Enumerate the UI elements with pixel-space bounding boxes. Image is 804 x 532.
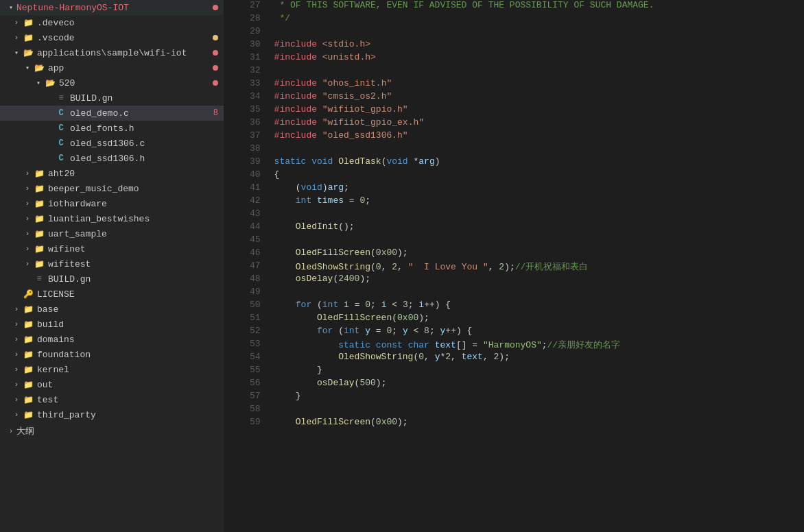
sidebar-item-oled-ssd1306-c[interactable]: C oled_ssd1306.c — [0, 136, 224, 151]
sidebar-label: app — [48, 63, 213, 73]
arrow-icon: › — [22, 215, 33, 223]
code-line-31: 31 #include <unistd.h> — [224, 52, 804, 65]
sidebar-label: oled_fonts.h — [70, 123, 224, 134]
line-code: #include "wifiiot_gpio_ex.h" — [272, 117, 804, 130]
sidebar-label: 520 — [59, 78, 213, 88]
code-line-28: 28 */ — [224, 13, 804, 26]
sidebar-item-beeper-music-demo[interactable]: › 📁 beeper_music_demo — [0, 181, 224, 196]
line-code: osDelay(500); — [272, 378, 804, 391]
status-dot — [213, 50, 218, 56]
sidebar-label: BUILD.gn — [70, 93, 224, 104]
sidebar-item-root[interactable]: ▾ Neptune-HarmonyOS-IOT — [0, 0, 224, 15]
sidebar-item-base[interactable]: › 📁 base — [0, 302, 224, 317]
code-line-29: 29 — [224, 26, 804, 39]
sidebar-item-luantian-bestwishes[interactable]: › 📁 luantian_bestwishes — [0, 211, 224, 226]
sidebar-label: oled_demo.c — [70, 108, 213, 119]
code-line-44: 44 OledInit(); — [224, 221, 804, 234]
folder-icon: 📁 — [33, 229, 45, 239]
sidebar-item-build[interactable]: › 📁 build — [0, 317, 224, 332]
arrow-icon: › — [22, 200, 33, 208]
code-line-50: 50 for (int i = 0; i < 3; i++) { — [224, 300, 804, 313]
line-number: 37 — [224, 130, 272, 143]
sidebar-item-test[interactable]: › 📁 test — [0, 392, 224, 407]
line-code — [272, 287, 804, 300]
code-line-51: 51 OledFillScreen(0x00); — [224, 313, 804, 326]
line-code: #include <stdio.h> — [272, 39, 804, 52]
folder-icon: 📁 — [33, 244, 45, 254]
arrow-icon: › — [11, 396, 22, 404]
line-number: 34 — [224, 91, 272, 104]
line-code: */ — [272, 13, 804, 26]
sidebar-label: LICENSE — [37, 289, 224, 300]
sidebar-item-uart-sample[interactable]: › 📁 uart_sample — [0, 226, 224, 241]
code-line-57: 57 } — [224, 391, 804, 404]
code-line-36: 36 #include "wifiiot_gpio_ex.h" — [224, 117, 804, 130]
sidebar-label: BUILD.gn — [48, 274, 224, 285]
sidebar-label: luantian_bestwishes — [48, 214, 224, 224]
folder-icon: 📁 — [22, 33, 34, 43]
line-code: } — [272, 391, 804, 404]
line-number: 51 — [224, 313, 272, 326]
line-code: OledFillScreen(0x00); — [272, 247, 804, 261]
line-code: for (int y = 0; y < 8; y++) { — [272, 326, 804, 339]
sidebar-item-third-party[interactable]: › 📁 third_party — [0, 407, 224, 422]
sidebar-item-build-gn2[interactable]: ≡ BUILD.gn — [0, 271, 224, 287]
code-line-33: 33 #include "ohos_init.h" — [224, 78, 804, 91]
line-number: 27 — [224, 0, 272, 13]
sidebar-item-oled-ssd1306-h[interactable]: C oled_ssd1306.h — [0, 151, 224, 166]
sidebar-item-wifinet[interactable]: › 📁 wifinet — [0, 241, 224, 256]
line-number: 44 — [224, 221, 272, 234]
line-number: 49 — [224, 287, 272, 300]
sidebar-item-520[interactable]: ▾ 📂 520 — [0, 75, 224, 90]
line-number: 59 — [224, 417, 272, 430]
line-code — [272, 65, 804, 78]
sidebar-item-license[interactable]: 🔑 LICENSE — [0, 287, 224, 302]
arrow-icon: › — [22, 185, 33, 193]
line-code: static void OledTask(void *arg) — [272, 156, 804, 169]
line-code: { — [272, 169, 804, 182]
arrow-icon: › — [11, 411, 22, 419]
line-code: OledFillScreen(0x00); — [272, 417, 804, 430]
sidebar-item-wifitest[interactable]: › 📁 wifitest — [0, 256, 224, 271]
sidebar-label: .deveco — [37, 18, 224, 28]
line-number: 29 — [224, 26, 272, 39]
line-number: 58 — [224, 404, 272, 417]
folder-icon: 📁 — [33, 259, 45, 269]
sidebar-item-app[interactable]: ▾ 📂 app — [0, 60, 224, 75]
code-line-59: 59 OledFillScreen(0x00); — [224, 417, 804, 430]
sidebar-item-build-gn[interactable]: ≡ BUILD.gn — [0, 90, 224, 106]
sidebar-item-kernel[interactable]: › 📁 kernel — [0, 362, 224, 377]
c-file-icon: C — [55, 108, 67, 118]
sidebar-item-vscode[interactable]: › 📁 .vscode — [0, 30, 224, 45]
line-code: OledFillScreen(0x00); — [272, 313, 804, 326]
sidebar-item-domains[interactable]: › 📁 domains — [0, 332, 224, 347]
sidebar-item-deveco[interactable]: › 📁 .deveco — [0, 15, 224, 30]
sidebar-item-applications[interactable]: ▾ 📂 applications\sample\wifi-iot — [0, 45, 224, 60]
sidebar-item-aht20[interactable]: › 📁 aht20 — [0, 166, 224, 181]
folder-icon: 📁 — [33, 184, 45, 194]
code-line-39: 39 static void OledTask(void *arg) — [224, 156, 804, 169]
folder-icon: 📁 — [22, 319, 34, 330]
sidebar-item-oled-fonts-h[interactable]: C oled_fonts.h — [0, 121, 224, 136]
sidebar-item-outline[interactable]: › 大纲 — [0, 424, 224, 439]
sidebar-item-out[interactable]: › 📁 out — [0, 377, 224, 392]
arrow-icon: › — [22, 170, 33, 178]
sidebar-item-iothardware[interactable]: › 📁 iothardware — [0, 196, 224, 211]
line-code: #include "cmsis_os2.h" — [272, 91, 804, 104]
line-number: 31 — [224, 52, 272, 65]
arrow-icon: › — [5, 428, 16, 435]
arrow-icon: ▾ — [22, 64, 33, 72]
sidebar-label: foundation — [37, 350, 224, 360]
line-code: osDelay(2400); — [272, 274, 804, 287]
line-code: static const char text[] = "HarmonyOS";/… — [272, 339, 804, 352]
folder-icon: 📁 — [22, 380, 34, 390]
sidebar-item-foundation[interactable]: › 📁 foundation — [0, 347, 224, 362]
sidebar-label: wifinet — [48, 244, 224, 254]
code-line-41: 41 (void)arg; — [224, 182, 804, 195]
code-line-37: 37 #include "oled_ssd1306.h" — [224, 130, 804, 143]
code-line-32: 32 — [224, 65, 804, 78]
sidebar-item-oled-demo-c[interactable]: C oled_demo.c 8 — [0, 106, 224, 121]
status-dot — [213, 35, 218, 40]
sidebar-label: domains — [37, 335, 224, 345]
line-number: 28 — [224, 13, 272, 26]
